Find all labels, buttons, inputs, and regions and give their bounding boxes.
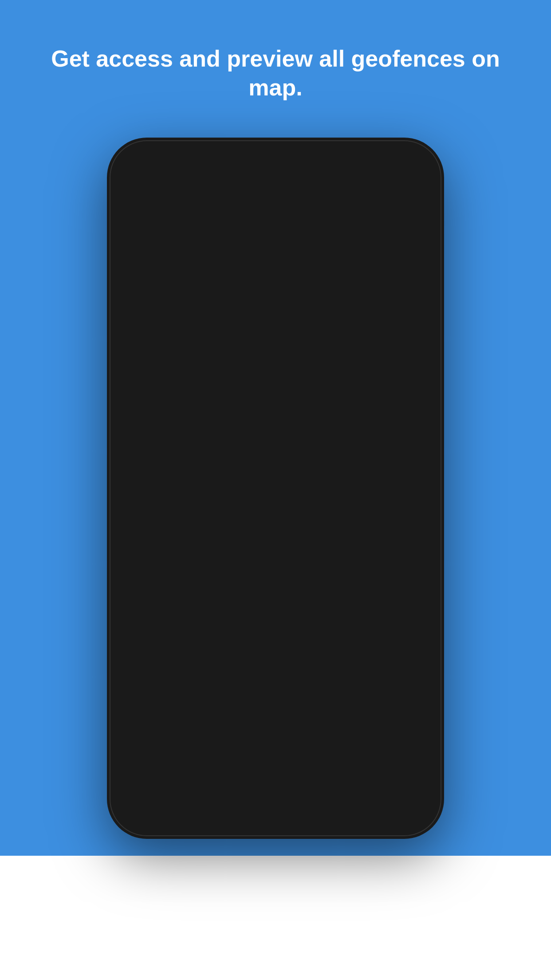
svg-rect-28 [338, 479, 373, 515]
svg-rect-43 [220, 302, 223, 303]
signal-bar-1 [371, 165, 373, 169]
chip-moving[interactable]: Moving [198, 222, 249, 242]
svg-rect-44 [220, 303, 224, 304]
search-bar-container: Search for assets [125, 182, 426, 214]
svg-text:S: S [228, 469, 232, 475]
search-bar[interactable]: Search for assets [125, 182, 388, 214]
status-time: 09:49 ▶ [129, 158, 169, 171]
battery-fill [405, 161, 417, 167]
signal-bar-3 [378, 162, 380, 169]
phone-screen: Peterborough Viersen Platz Key Theatre E… [116, 146, 435, 830]
search-placeholder: Search for assets [156, 191, 245, 205]
svg-rect-42 [220, 299, 226, 301]
svg-point-70 [269, 772, 272, 775]
svg-point-68 [269, 762, 272, 764]
map-label-fletton: EW FLETTON [125, 564, 170, 572]
svg-rect-67 [270, 763, 281, 774]
sheet-handle[interactable] [262, 783, 289, 786]
status-icons [371, 158, 422, 170]
filter-chips: All vehicles Moving Parked Idling All [125, 222, 389, 242]
wifi-icon [388, 158, 399, 170]
svg-point-39 [408, 194, 413, 198]
right-actions [394, 404, 425, 552]
search-icon [137, 191, 149, 205]
google-watermark: Google [126, 761, 156, 770]
dynamic-island [258, 157, 293, 170]
page-header: Get access and preview all geofences on … [0, 44, 551, 102]
chip-parked[interactable]: Parked [255, 222, 305, 242]
svg-point-63 [408, 496, 412, 499]
svg-point-34 [178, 577, 258, 639]
home-indicator [240, 821, 311, 824]
svg-point-69 [279, 762, 282, 764]
svg-text:T: T [279, 307, 283, 314]
svg-rect-31 [382, 612, 426, 666]
chip-all-vehicles[interactable]: All vehicles [125, 222, 193, 242]
map-label-stjohns: St Johns Rd [333, 537, 377, 546]
nav-icon: ▶ [162, 159, 169, 169]
svg-rect-30 [338, 568, 391, 612]
profile-button[interactable] [394, 182, 426, 214]
signal-bars [371, 160, 384, 169]
phone-mockup: Peterborough Viersen Platz Key Theatre E… [107, 138, 444, 839]
chip-idling[interactable]: Idling [311, 222, 354, 242]
target-action-button[interactable] [394, 521, 425, 552]
filter-action-button[interactable] [394, 404, 425, 435]
pin-stadium: S [221, 464, 239, 487]
svg-line-38 [145, 198, 148, 201]
svg-point-66 [409, 536, 411, 537]
location-action-button[interactable] [394, 482, 425, 513]
google-g: G [126, 761, 132, 770]
pin-teal: T [272, 302, 291, 329]
pin-pink [213, 293, 232, 320]
globe-action-button[interactable] [394, 443, 425, 474]
signal-bar-4 [382, 160, 384, 169]
show-assets-button[interactable]: Show assets list [234, 795, 317, 809]
battery-icon [403, 159, 422, 169]
page-bottom-strip [0, 856, 551, 980]
signal-bar-2 [374, 163, 377, 169]
map-label-fairfield: Fairfield Rd [274, 552, 283, 593]
city-label: Peterborough [222, 257, 292, 270]
svg-point-71 [279, 772, 282, 775]
chip-all[interactable]: All [358, 222, 389, 242]
